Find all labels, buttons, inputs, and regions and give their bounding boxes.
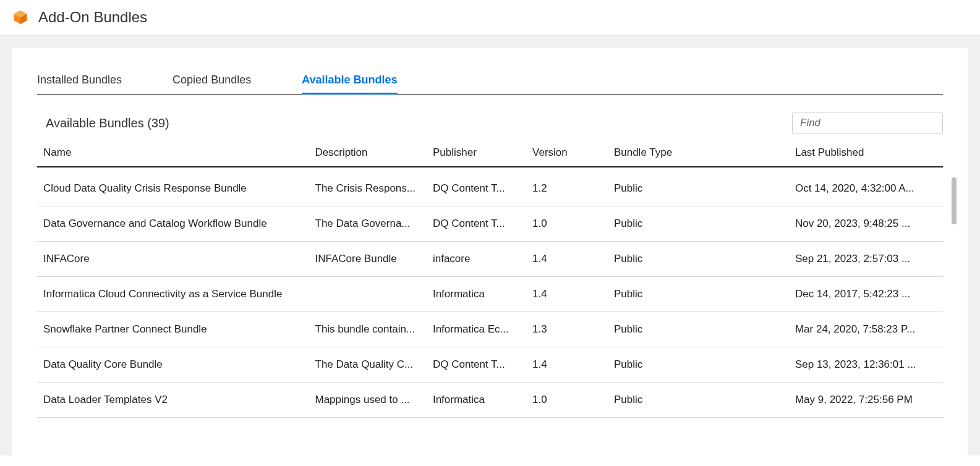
cell-version: 1.4 xyxy=(526,242,608,277)
table-row: INFACoreINFACore Bundleinfacore1.4Public… xyxy=(37,242,943,277)
cell-version: 1.2 xyxy=(526,167,608,206)
cell-bundle-type: Public xyxy=(608,383,789,418)
cell-name[interactable]: INFACore xyxy=(37,242,309,277)
cell-bundle-type: Public xyxy=(608,277,789,312)
cell-version: 1.0 xyxy=(526,206,608,242)
cell-name[interactable]: Informatica Cloud Connectivity as a Serv… xyxy=(37,277,309,312)
cell-description: This bundle contain... xyxy=(309,312,427,347)
table-wrap: Name Description Publisher Version Bundl… xyxy=(37,139,943,418)
table-header-row: Name Description Publisher Version Bundl… xyxy=(37,139,943,167)
cell-publisher: Informatica xyxy=(427,383,526,418)
cell-version: 1.0 xyxy=(526,383,608,418)
cell-publisher: DQ Content T... xyxy=(427,167,526,206)
tab-installed-bundles[interactable]: Installed Bundles xyxy=(37,70,122,94)
cell-publisher: DQ Content T... xyxy=(427,206,526,242)
content-panel: Installed Bundles Copied Bundles Availab… xyxy=(12,48,968,455)
cell-bundle-type: Public xyxy=(608,167,789,206)
cell-name[interactable]: Cloud Data Quality Crisis Response Bundl… xyxy=(37,167,309,206)
cell-publisher: DQ Content T... xyxy=(427,347,526,383)
cell-last-published: Nov 20, 2023, 9:48:25 ... xyxy=(789,206,943,242)
cell-publisher: Informatica xyxy=(427,277,526,312)
tabs-bar: Installed Bundles Copied Bundles Availab… xyxy=(37,70,943,95)
cell-bundle-type: Public xyxy=(608,206,789,242)
page-title: Add-On Bundles xyxy=(38,9,147,26)
find-input[interactable] xyxy=(792,112,943,134)
cell-version: 1.4 xyxy=(526,347,608,383)
cell-version: 1.4 xyxy=(526,277,608,312)
cell-last-published: Sep 13, 2023, 12:36:01 ... xyxy=(789,347,943,383)
cell-name[interactable]: Data Loader Templates V2 xyxy=(37,383,309,418)
col-publisher[interactable]: Publisher xyxy=(427,139,526,167)
cell-name[interactable]: Data Governance and Catalog Workflow Bun… xyxy=(37,206,309,242)
col-description[interactable]: Description xyxy=(309,139,427,167)
cell-last-published: Mar 24, 2020, 7:58:23 P... xyxy=(789,312,943,347)
col-bundle-type[interactable]: Bundle Type xyxy=(608,139,789,167)
col-last-published[interactable]: Last Published xyxy=(789,139,943,167)
table-row: Data Loader Templates V2Mappings used to… xyxy=(37,383,943,418)
section-bar: Available Bundles (39) xyxy=(37,112,943,134)
cell-name[interactable]: Snowflake Partner Connect Bundle xyxy=(37,312,309,347)
cell-description: The Data Governa... xyxy=(309,206,427,242)
table-row: Data Quality Core BundleThe Data Quality… xyxy=(37,347,943,383)
cell-name[interactable]: Data Quality Core Bundle xyxy=(37,347,309,383)
cell-last-published: Oct 14, 2020, 4:32:00 A... xyxy=(789,167,943,206)
cell-last-published: Dec 14, 2017, 5:42:23 ... xyxy=(789,277,943,312)
cell-last-published: May 9, 2022, 7:25:56 PM xyxy=(789,383,943,418)
cell-version: 1.3 xyxy=(526,312,608,347)
cell-description: The Crisis Respons... xyxy=(309,167,427,206)
page-body: Installed Bundles Copied Bundles Availab… xyxy=(0,35,980,455)
scrollbar-thumb[interactable] xyxy=(952,177,957,224)
cell-publisher: infacore xyxy=(427,242,526,277)
cell-bundle-type: Public xyxy=(608,312,789,347)
table-row: Cloud Data Quality Crisis Response Bundl… xyxy=(37,167,943,206)
cell-description: Mappings used to ... xyxy=(309,383,427,418)
section-title: Available Bundles (39) xyxy=(46,116,169,130)
cell-bundle-type: Public xyxy=(608,242,789,277)
tab-copied-bundles[interactable]: Copied Bundles xyxy=(173,70,251,94)
cell-last-published: Sep 21, 2023, 2:57:03 ... xyxy=(789,242,943,277)
cell-description: The Data Quality C... xyxy=(309,347,427,383)
col-version[interactable]: Version xyxy=(526,139,608,167)
cell-description xyxy=(309,277,427,312)
cell-publisher: Informatica Ec... xyxy=(427,312,526,347)
page-header: Add-On Bundles xyxy=(0,0,980,35)
cell-description: INFACore Bundle xyxy=(309,242,427,277)
tab-available-bundles[interactable]: Available Bundles xyxy=(302,70,397,95)
bundle-hex-icon xyxy=(12,9,28,25)
table-row: Data Governance and Catalog Workflow Bun… xyxy=(37,206,943,242)
cell-bundle-type: Public xyxy=(608,347,789,383)
table-row: Informatica Cloud Connectivity as a Serv… xyxy=(37,277,943,312)
table-row: Snowflake Partner Connect BundleThis bun… xyxy=(37,312,943,347)
col-name[interactable]: Name xyxy=(37,139,309,167)
bundles-table: Name Description Publisher Version Bundl… xyxy=(37,139,943,418)
